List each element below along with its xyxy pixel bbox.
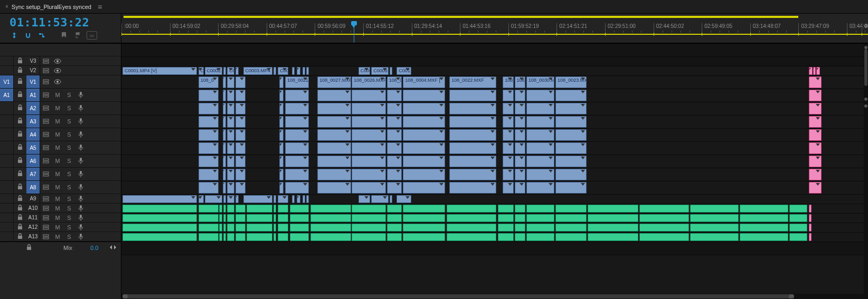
clip[interactable] [223,67,226,75]
track-lane[interactable] [121,242,868,255]
clip[interactable] [227,169,234,180]
lock-icon[interactable] [14,118,26,125]
clip[interactable] [306,195,309,203]
clip[interactable] [503,90,513,101]
clip[interactable] [740,233,788,241]
sync-lock-icon[interactable] [40,79,52,84]
clip[interactable] [555,224,587,232]
clip[interactable] [199,169,219,180]
track-lane[interactable] [121,129,868,142]
clip[interactable] [235,76,246,88]
track-target[interactable]: A13 [26,232,40,241]
mute-button[interactable]: M [52,171,63,177]
clip[interactable] [285,156,309,167]
solo-button[interactable]: S [63,224,75,230]
clip[interactable] [588,233,638,241]
clip[interactable] [449,142,496,154]
clip[interactable] [639,224,689,232]
mute-button[interactable]: M [52,92,63,98]
clip[interactable] [390,195,392,203]
clip[interactable] [498,233,514,241]
clip[interactable] [235,90,246,101]
clip[interactable] [122,233,197,241]
clip[interactable] [303,195,305,203]
work-area-bar[interactable] [124,16,798,18]
clip[interactable] [403,182,445,194]
track-lane[interactable] [121,223,868,233]
clip[interactable] [526,116,554,128]
clip[interactable] [789,233,808,241]
clip[interactable] [279,169,284,180]
track-lane[interactable] [121,155,868,168]
clip[interactable]: C0009.MP4 [V [371,67,389,75]
clip[interactable]: 108_0021.MXF [V] [285,76,309,88]
mute-button[interactable]: M [52,184,63,190]
clip[interactable] [403,233,445,241]
clip[interactable] [279,129,284,141]
clip[interactable] [449,156,496,167]
clip[interactable] [279,116,284,128]
clip[interactable] [285,129,309,141]
clip[interactable] [219,233,222,241]
solo-button[interactable]: S [63,234,75,240]
clip[interactable] [515,90,525,101]
mute-button[interactable]: M [52,144,63,151]
linked-selection-icon[interactable] [37,31,46,40]
track-lane[interactable] [121,57,868,66]
solo-button[interactable]: S [63,196,75,202]
clip[interactable] [740,224,788,232]
clip[interactable] [223,116,226,128]
clip[interactable] [310,224,351,232]
lock-icon[interactable] [14,91,26,99]
clip[interactable] [449,116,496,128]
clip[interactable] [813,67,816,75]
expand-mix-icon[interactable] [109,245,117,251]
clip[interactable] [223,169,226,180]
clip[interactable] [219,205,222,213]
source-patch[interactable] [0,213,14,222]
clip[interactable] [235,116,246,128]
clip[interactable] [352,129,386,141]
clip[interactable] [199,129,219,141]
track-target[interactable]: A11 [26,213,40,222]
lock-icon[interactable] [14,67,26,74]
clip[interactable] [235,129,246,141]
clip[interactable] [690,224,739,232]
clip[interactable] [199,214,219,222]
clip[interactable] [555,103,587,114]
clip[interactable] [387,116,402,128]
clip[interactable] [503,169,513,180]
clip[interactable] [352,142,386,154]
clip[interactable] [809,169,822,180]
track-lane[interactable] [121,89,868,102]
track-lane[interactable] [121,142,868,155]
clip[interactable] [515,103,525,114]
clip[interactable] [515,116,525,128]
clip[interactable] [303,67,305,75]
clip[interactable] [227,76,234,88]
clip[interactable] [279,182,284,194]
captions-icon[interactable]: cc [87,31,97,40]
track-lane[interactable] [121,204,868,214]
clip[interactable] [227,129,234,141]
clip[interactable] [227,224,234,232]
clip[interactable]: C00 [227,67,234,75]
track-target[interactable]: A6 [26,155,40,167]
clip[interactable] [789,214,808,222]
clip[interactable] [809,67,813,75]
clip[interactable] [223,214,226,222]
solo-button[interactable]: S [63,215,75,221]
mute-button[interactable]: M [52,105,63,111]
clip[interactable] [809,76,822,88]
clip[interactable]: C0002.MP4 [ [205,67,222,75]
track-target[interactable]: A1 [26,89,40,101]
solo-button[interactable]: S [63,158,75,164]
voiceover-icon[interactable] [75,144,87,151]
voiceover-icon[interactable] [75,224,87,230]
source-patch[interactable] [0,223,14,232]
clip[interactable] [503,142,513,154]
clip[interactable] [352,205,386,213]
clip[interactable] [122,205,197,213]
clip[interactable] [235,205,246,213]
clip[interactable] [809,116,822,128]
